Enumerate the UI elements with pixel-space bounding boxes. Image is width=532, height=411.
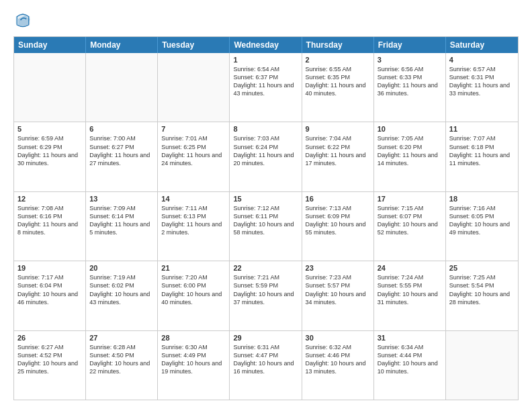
calendar-cell-30: 30Sunrise: 6:32 AM Sunset: 4:46 PM Dayli…	[302, 331, 374, 400]
calendar-cell-24: 24Sunrise: 7:24 AM Sunset: 5:55 PM Dayli…	[374, 261, 446, 330]
day-number: 29	[233, 334, 298, 342]
calendar-cell-18: 18Sunrise: 7:16 AM Sunset: 6:05 PM Dayli…	[446, 192, 518, 261]
calendar-row-1: 5Sunrise: 6:59 AM Sunset: 6:29 PM Daylig…	[14, 122, 518, 191]
cell-daylight-info: Sunrise: 6:59 AM Sunset: 6:29 PM Dayligh…	[17, 134, 82, 167]
weekday-header-thursday: Thursday	[302, 37, 374, 53]
day-number: 10	[378, 125, 442, 133]
cell-daylight-info: Sunrise: 7:07 AM Sunset: 6:18 PM Dayligh…	[449, 134, 515, 167]
calendar-cell-19: 19Sunrise: 7:17 AM Sunset: 6:04 PM Dayli…	[14, 261, 86, 330]
cell-daylight-info: Sunrise: 7:20 AM Sunset: 6:00 PM Dayligh…	[161, 273, 226, 306]
cell-daylight-info: Sunrise: 7:17 AM Sunset: 6:04 PM Dayligh…	[17, 273, 82, 306]
day-number: 15	[233, 195, 298, 203]
cell-daylight-info: Sunrise: 7:19 AM Sunset: 6:02 PM Dayligh…	[89, 273, 154, 306]
day-number: 26	[17, 334, 82, 342]
calendar-row-0: 1Sunrise: 6:54 AM Sunset: 6:37 PM Daylig…	[14, 53, 518, 122]
cell-daylight-info: Sunrise: 7:04 AM Sunset: 6:22 PM Dayligh…	[306, 134, 370, 167]
day-number: 31	[378, 334, 442, 342]
calendar-cell-6: 6Sunrise: 7:00 AM Sunset: 6:27 PM Daylig…	[86, 122, 158, 191]
day-number: 3	[378, 56, 442, 64]
cell-daylight-info: Sunrise: 6:28 AM Sunset: 4:50 PM Dayligh…	[89, 343, 154, 376]
cell-daylight-info: Sunrise: 6:30 AM Sunset: 4:49 PM Dayligh…	[161, 343, 226, 376]
day-number: 13	[89, 195, 154, 203]
calendar-cell-15: 15Sunrise: 7:12 AM Sunset: 6:11 PM Dayli…	[230, 192, 302, 261]
day-number: 4	[449, 56, 515, 64]
day-number: 17	[378, 195, 442, 203]
calendar-cell-1: 1Sunrise: 6:54 AM Sunset: 6:37 PM Daylig…	[230, 53, 302, 122]
day-number: 11	[449, 125, 515, 133]
calendar-cell-11: 11Sunrise: 7:07 AM Sunset: 6:18 PM Dayli…	[446, 122, 518, 191]
calendar-cell-16: 16Sunrise: 7:13 AM Sunset: 6:09 PM Dayli…	[302, 192, 374, 261]
cell-daylight-info: Sunrise: 7:09 AM Sunset: 6:14 PM Dayligh…	[89, 204, 154, 237]
calendar-row-4: 26Sunrise: 6:27 AM Sunset: 4:52 PM Dayli…	[14, 330, 518, 400]
logo	[13, 11, 35, 30]
cell-daylight-info: Sunrise: 6:32 AM Sunset: 4:46 PM Dayligh…	[306, 343, 370, 376]
cell-daylight-info: Sunrise: 6:57 AM Sunset: 6:31 PM Dayligh…	[449, 65, 515, 98]
calendar-body: 1Sunrise: 6:54 AM Sunset: 6:37 PM Daylig…	[14, 53, 518, 400]
weekday-header-wednesday: Wednesday	[230, 37, 302, 53]
weekday-header-sunday: Sunday	[14, 37, 86, 53]
day-number: 1	[233, 56, 298, 64]
calendar-cell-14: 14Sunrise: 7:11 AM Sunset: 6:13 PM Dayli…	[158, 192, 230, 261]
calendar-row-2: 12Sunrise: 7:08 AM Sunset: 6:16 PM Dayli…	[14, 191, 518, 261]
day-number: 21	[161, 264, 226, 272]
cell-daylight-info: Sunrise: 6:56 AM Sunset: 6:33 PM Dayligh…	[378, 65, 442, 98]
cell-daylight-info: Sunrise: 7:11 AM Sunset: 6:13 PM Dayligh…	[161, 204, 226, 237]
day-number: 8	[233, 125, 298, 133]
calendar-row-3: 19Sunrise: 7:17 AM Sunset: 6:04 PM Dayli…	[14, 261, 518, 330]
calendar-cell-22: 22Sunrise: 7:21 AM Sunset: 5:59 PM Dayli…	[230, 261, 302, 330]
calendar-cell-12: 12Sunrise: 7:08 AM Sunset: 6:16 PM Dayli…	[14, 192, 86, 261]
day-number: 19	[17, 264, 82, 272]
header	[13, 11, 519, 30]
cell-daylight-info: Sunrise: 6:31 AM Sunset: 4:47 PM Dayligh…	[233, 343, 298, 376]
calendar-header: SundayMondayTuesdayWednesdayThursdayFrid…	[14, 37, 518, 53]
calendar-cell-20: 20Sunrise: 7:19 AM Sunset: 6:02 PM Dayli…	[86, 261, 158, 330]
calendar-cell-empty-4-6	[446, 331, 518, 400]
cell-daylight-info: Sunrise: 7:23 AM Sunset: 5:57 PM Dayligh…	[306, 273, 370, 306]
cell-daylight-info: Sunrise: 7:15 AM Sunset: 6:07 PM Dayligh…	[378, 204, 442, 237]
cell-daylight-info: Sunrise: 7:13 AM Sunset: 6:09 PM Dayligh…	[306, 204, 370, 237]
day-number: 12	[17, 195, 82, 203]
calendar-cell-empty-0-1	[86, 53, 158, 122]
calendar-cell-2: 2Sunrise: 6:55 AM Sunset: 6:35 PM Daylig…	[302, 53, 374, 122]
day-number: 24	[378, 264, 442, 272]
cell-daylight-info: Sunrise: 7:24 AM Sunset: 5:55 PM Dayligh…	[378, 273, 442, 306]
cell-daylight-info: Sunrise: 7:08 AM Sunset: 6:16 PM Dayligh…	[17, 204, 82, 237]
calendar-cell-empty-0-2	[158, 53, 230, 122]
cell-daylight-info: Sunrise: 6:54 AM Sunset: 6:37 PM Dayligh…	[233, 65, 298, 98]
cell-daylight-info: Sunrise: 7:25 AM Sunset: 5:54 PM Dayligh…	[449, 273, 515, 306]
day-number: 18	[449, 195, 515, 203]
day-number: 2	[306, 56, 370, 64]
calendar-cell-10: 10Sunrise: 7:05 AM Sunset: 6:20 PM Dayli…	[374, 122, 446, 191]
calendar-cell-25: 25Sunrise: 7:25 AM Sunset: 5:54 PM Dayli…	[446, 261, 518, 330]
calendar-cell-21: 21Sunrise: 7:20 AM Sunset: 6:00 PM Dayli…	[158, 261, 230, 330]
calendar-cell-7: 7Sunrise: 7:01 AM Sunset: 6:25 PM Daylig…	[158, 122, 230, 191]
cell-daylight-info: Sunrise: 6:55 AM Sunset: 6:35 PM Dayligh…	[306, 65, 370, 98]
day-number: 16	[306, 195, 370, 203]
page: SundayMondayTuesdayWednesdayThursdayFrid…	[0, 0, 532, 411]
cell-daylight-info: Sunrise: 7:21 AM Sunset: 5:59 PM Dayligh…	[233, 273, 298, 306]
day-number: 7	[161, 125, 226, 133]
calendar-cell-27: 27Sunrise: 6:28 AM Sunset: 4:50 PM Dayli…	[86, 331, 158, 400]
cell-daylight-info: Sunrise: 7:03 AM Sunset: 6:24 PM Dayligh…	[233, 134, 298, 167]
calendar: SundayMondayTuesdayWednesdayThursdayFrid…	[13, 36, 519, 400]
day-number: 27	[89, 334, 154, 342]
calendar-cell-23: 23Sunrise: 7:23 AM Sunset: 5:57 PM Dayli…	[302, 261, 374, 330]
day-number: 5	[17, 125, 82, 133]
logo-icon	[13, 11, 32, 30]
day-number: 9	[306, 125, 370, 133]
calendar-cell-29: 29Sunrise: 6:31 AM Sunset: 4:47 PM Dayli…	[230, 331, 302, 400]
cell-daylight-info: Sunrise: 6:34 AM Sunset: 4:44 PM Dayligh…	[378, 343, 442, 376]
calendar-cell-9: 9Sunrise: 7:04 AM Sunset: 6:22 PM Daylig…	[302, 122, 374, 191]
weekday-header-monday: Monday	[86, 37, 158, 53]
calendar-cell-5: 5Sunrise: 6:59 AM Sunset: 6:29 PM Daylig…	[14, 122, 86, 191]
cell-daylight-info: Sunrise: 7:12 AM Sunset: 6:11 PM Dayligh…	[233, 204, 298, 237]
calendar-cell-17: 17Sunrise: 7:15 AM Sunset: 6:07 PM Dayli…	[374, 192, 446, 261]
calendar-cell-13: 13Sunrise: 7:09 AM Sunset: 6:14 PM Dayli…	[86, 192, 158, 261]
day-number: 20	[89, 264, 154, 272]
calendar-cell-4: 4Sunrise: 6:57 AM Sunset: 6:31 PM Daylig…	[446, 53, 518, 122]
day-number: 22	[233, 264, 298, 272]
calendar-cell-8: 8Sunrise: 7:03 AM Sunset: 6:24 PM Daylig…	[230, 122, 302, 191]
calendar-cell-empty-0-0	[14, 53, 86, 122]
calendar-cell-3: 3Sunrise: 6:56 AM Sunset: 6:33 PM Daylig…	[374, 53, 446, 122]
day-number: 23	[306, 264, 370, 272]
